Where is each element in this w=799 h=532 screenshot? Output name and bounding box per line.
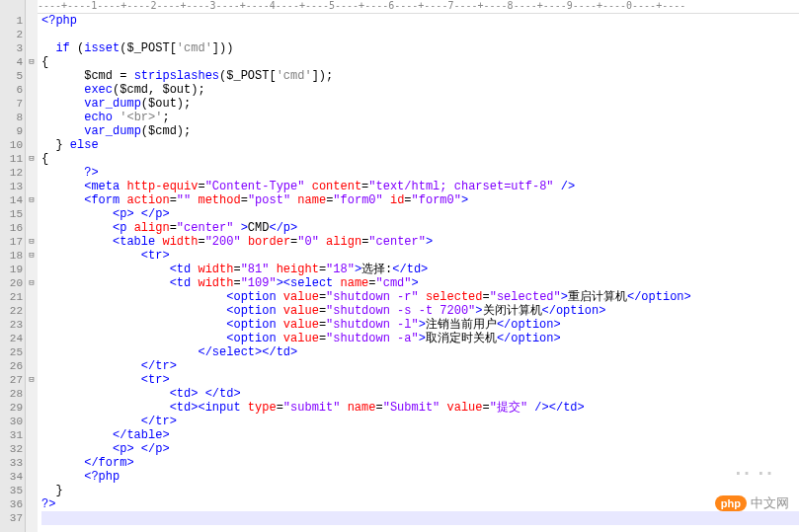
fold-marker — [26, 497, 38, 511]
line-number: 26 — [0, 359, 23, 373]
line-number: 9 — [0, 124, 23, 138]
code-line[interactable]: <tr> — [41, 249, 799, 263]
code-line[interactable]: <td width="109"><select name="cmd"> — [41, 276, 799, 290]
fold-marker — [26, 401, 38, 415]
fold-marker[interactable]: ⊟ — [26, 193, 38, 207]
watermark-badge: php — [715, 495, 747, 511]
line-number: 31 — [0, 428, 23, 442]
fold-marker — [26, 442, 38, 456]
fold-marker — [26, 263, 38, 276]
fold-marker[interactable]: ⊟ — [26, 249, 38, 263]
line-number: 7 — [0, 97, 23, 111]
column-ruler: ----+----1----+----2----+----3----+----4… — [38, 0, 799, 14]
fold-marker — [26, 428, 38, 442]
fold-marker — [26, 484, 38, 497]
fold-marker — [26, 511, 38, 525]
fold-marker — [26, 470, 38, 484]
fold-marker — [26, 456, 38, 470]
fold-gutter: ⊟⊟⊟⊟⊟⊟⊟ — [26, 0, 38, 532]
code-line[interactable]: <option value="shutdown -l">注销当前用户</opti… — [41, 318, 799, 332]
fold-marker[interactable]: ⊟ — [26, 235, 38, 249]
fold-marker — [26, 97, 38, 111]
line-number: 17 — [0, 235, 23, 249]
code-line[interactable]: { — [41, 55, 799, 69]
code-line[interactable]: </select></td> — [41, 345, 799, 359]
line-number: 24 — [0, 332, 23, 345]
line-number: 2 — [0, 28, 23, 41]
line-number: 21 — [0, 290, 23, 304]
fold-marker — [26, 111, 38, 124]
code-line[interactable]: <meta http-equiv="Content-Type" content=… — [41, 180, 799, 193]
code-line[interactable]: echo '<br>'; — [41, 111, 799, 124]
code-line[interactable]: </table> — [41, 428, 799, 442]
line-number: 5 — [0, 69, 23, 83]
code-line[interactable]: } — [41, 484, 799, 497]
code-line[interactable]: <?php — [41, 470, 799, 484]
line-number: 1 — [0, 14, 23, 28]
fold-marker — [26, 221, 38, 235]
fold-marker — [26, 359, 38, 373]
code-line[interactable]: var_dump($cmd); — [41, 124, 799, 138]
code-line[interactable]: <p> </p> — [41, 442, 799, 456]
watermark: php 中文网 — [715, 494, 789, 512]
line-number: 25 — [0, 345, 23, 359]
line-number: 8 — [0, 111, 23, 124]
code-line[interactable]: <option value="shutdown -r" selected="se… — [41, 290, 799, 304]
fold-marker — [26, 345, 38, 359]
line-number: 22 — [0, 304, 23, 318]
fold-marker — [26, 166, 38, 180]
code-line[interactable] — [41, 28, 799, 41]
fold-marker — [26, 318, 38, 332]
line-number: 20 — [0, 276, 23, 290]
line-number: 3 — [0, 41, 23, 55]
code-line[interactable]: var_dump($out); — [41, 97, 799, 111]
code-area[interactable]: <?php if (isset($_POST['cmd'])){ $cmd = … — [38, 0, 799, 532]
code-line[interactable]: { — [41, 152, 799, 166]
fold-marker[interactable]: ⊟ — [26, 55, 38, 69]
code-line[interactable]: <tr> — [41, 373, 799, 387]
code-line[interactable]: if (isset($_POST['cmd'])) — [41, 41, 799, 55]
fold-marker — [26, 69, 38, 83]
fold-marker[interactable]: ⊟ — [26, 373, 38, 387]
line-number: 23 — [0, 318, 23, 332]
code-line[interactable]: <td width="81" height="18">选择:</td> — [41, 263, 799, 276]
code-line[interactable]: </tr> — [41, 415, 799, 428]
line-number: 34 — [0, 470, 23, 484]
watermark-text: 中文网 — [751, 494, 789, 512]
code-line[interactable]: <p align="center" >CMD</p> — [41, 221, 799, 235]
code-line[interactable]: </form> — [41, 456, 799, 470]
code-line[interactable]: <option value="shutdown -a">取消定时关机</opti… — [41, 332, 799, 345]
decoration-dots: ‥‥ — [734, 451, 779, 483]
code-line[interactable]: <option value="shutdown -s -t 7200">关闭计算… — [41, 304, 799, 318]
fold-marker — [26, 124, 38, 138]
code-line[interactable]: <form action="" method="post" name="form… — [41, 193, 799, 207]
line-number: 11 — [0, 152, 23, 166]
fold-marker — [26, 415, 38, 428]
line-number: 18 — [0, 249, 23, 263]
line-number: 33 — [0, 456, 23, 470]
code-line[interactable]: $cmd = stripslashes($_POST['cmd']); — [41, 69, 799, 83]
code-line[interactable] — [41, 511, 799, 525]
fold-marker[interactable]: ⊟ — [26, 152, 38, 166]
code-line[interactable]: <table width="200" border="0" align="cen… — [41, 235, 799, 249]
line-number: 32 — [0, 442, 23, 456]
fold-marker[interactable]: ⊟ — [26, 276, 38, 290]
fold-marker — [26, 290, 38, 304]
code-line[interactable]: <td> </td> — [41, 387, 799, 401]
code-line[interactable]: ?> — [41, 166, 799, 180]
fold-marker — [26, 14, 38, 28]
line-number: 13 — [0, 180, 23, 193]
line-number: 12 — [0, 166, 23, 180]
fold-marker — [26, 332, 38, 345]
code-line[interactable]: <?php — [41, 14, 799, 28]
line-number: 30 — [0, 415, 23, 428]
code-line[interactable]: <p> </p> — [41, 207, 799, 221]
code-line[interactable]: <td><input type="submit" name="Submit" v… — [41, 401, 799, 415]
line-number: 4 — [0, 55, 23, 69]
code-line[interactable]: ?> — [41, 497, 799, 511]
code-line[interactable]: exec($cmd, $out); — [41, 83, 799, 97]
code-line[interactable]: </tr> — [41, 359, 799, 373]
code-line[interactable]: } else — [41, 138, 799, 152]
fold-marker — [26, 28, 38, 41]
fold-marker — [26, 138, 38, 152]
